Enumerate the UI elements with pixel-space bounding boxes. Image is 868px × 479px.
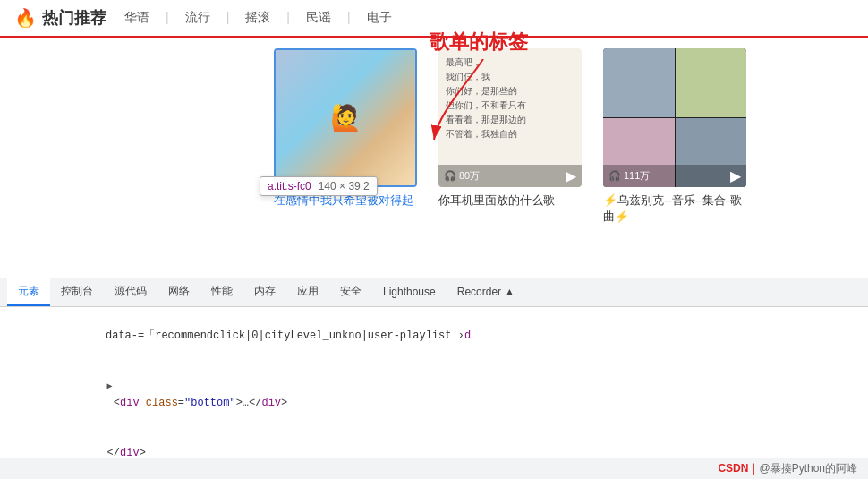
csdn-label: CSDN｜ xyxy=(718,461,759,476)
bottom-bar: CSDN｜ @暴揍Python的阿峰 xyxy=(0,458,868,479)
code-bracket-3: > xyxy=(140,447,146,458)
card-2-play-count: 🎧 80万 xyxy=(444,169,480,183)
tab-minyao[interactable]: 民谣 xyxy=(306,8,331,28)
card-3-thumb[interactable]: 🎧 111万 ▶ xyxy=(603,48,746,187)
code-tag-1: d xyxy=(464,329,471,342)
card-2-title: 你耳机里面放的什么歌 xyxy=(438,192,582,209)
headphone-icon: 🎧 xyxy=(444,170,456,182)
devtools-tab-console[interactable]: 控制台 xyxy=(50,278,104,306)
genre-tabs: 华语 | 流行 | 摇滚 | 民谣 | 电子 xyxy=(124,8,392,28)
devtools-tab-performance[interactable]: 性能 xyxy=(200,278,243,306)
code-text-2: <div class="bottom">…</div> xyxy=(107,397,288,409)
card-3-overlay: 🎧 111万 ▶ xyxy=(603,165,746,187)
hot-recommend-label: 热门推荐 xyxy=(42,7,106,29)
devtools-code-area: data-=「recommendclick|0|cityLevel_unkno|… xyxy=(0,307,868,458)
devtools-tab-lighthouse[interactable]: Lighthouse xyxy=(372,278,447,306)
devtools-tab-sources[interactable]: 源代码 xyxy=(104,278,157,306)
triangle-icon-2[interactable]: ▶ xyxy=(107,381,113,391)
card-3-title: ⚡乌兹别克--音乐--集合-歌曲⚡ xyxy=(603,192,746,225)
tooltip-size: 140 × 39.2 xyxy=(319,180,370,192)
code-tag-close-div: div xyxy=(120,447,140,458)
devtools-panel: 元素 控制台 源代码 网络 性能 内存 应用 安全 Lighthouse Rec… xyxy=(0,278,868,479)
tab-yaogun[interactable]: 摇滚 xyxy=(245,8,270,28)
card-2-link[interactable]: 你耳机里面放的什么歌 xyxy=(438,193,555,207)
sub-img-2 xyxy=(676,48,747,117)
devtools-tab-recorder[interactable]: Recorder ▲ xyxy=(447,278,526,306)
divider-2: | xyxy=(226,8,230,28)
devtools-tab-security[interactable]: 安全 xyxy=(329,278,372,306)
card-1: 🙋 在感情中我只希望被对得起 xyxy=(274,48,417,267)
tab-dianzi[interactable]: 电子 xyxy=(367,8,392,28)
author-label: @暴揍Python的阿峰 xyxy=(759,461,857,476)
code-line-2: ▶ <div class="bottom">…</div> xyxy=(0,361,868,428)
devtools-tab-memory[interactable]: 内存 xyxy=(243,278,286,306)
code-line-3: </div> xyxy=(0,428,868,458)
annotation-container: 歌单的标签 xyxy=(430,29,537,149)
code-line-1: data-=「recommendclick|0|cityLevel_unkno|… xyxy=(0,311,868,361)
hot-recommend-title: 🔥 热门推荐 xyxy=(14,7,106,29)
card-3-play-count: 🎧 111万 xyxy=(608,169,650,183)
card-3-play-icon[interactable]: ▶ xyxy=(730,167,741,184)
divider-1: | xyxy=(166,8,169,28)
app-container: 🔥 热门推荐 华语 | 流行 | 摇滚 | 民谣 | 电子 a.tit.s-fc… xyxy=(0,0,868,479)
devtools-tab-application[interactable]: 应用 xyxy=(286,278,329,306)
cards-row: a.tit.s-fc0 140 × 39.2 🙋 在感情中我只希望被对得起 最高… xyxy=(0,38,868,278)
card-2-play-icon[interactable]: ▶ xyxy=(566,167,576,184)
fire-icon: 🔥 xyxy=(14,7,37,29)
tooltip-class: a.tit.s-fc0 xyxy=(268,180,311,192)
sub-img-1 xyxy=(603,48,675,117)
card-1-image: 🙋 xyxy=(276,50,415,185)
code-text-3: </ xyxy=(107,447,120,458)
card-1-thumb[interactable]: 🙋 xyxy=(274,48,417,187)
card-3: 🎧 111万 ▶ ⚡乌兹别克--音乐--集合-歌曲⚡ xyxy=(603,48,746,267)
card-3-link[interactable]: ⚡乌兹别克--音乐--集合-歌曲⚡ xyxy=(603,193,742,223)
card-3-count-label: 111万 xyxy=(624,169,650,183)
annotation-arrow xyxy=(430,59,537,149)
tab-liuxing[interactable]: 流行 xyxy=(185,8,210,28)
divider-3: | xyxy=(286,8,290,28)
headphone-icon-3: 🎧 xyxy=(608,170,621,182)
devtools-tabs: 元素 控制台 源代码 网络 性能 内存 应用 安全 Lighthouse Rec… xyxy=(0,278,868,307)
card-2-count-label: 80万 xyxy=(459,169,480,183)
element-tooltip: a.tit.s-fc0 140 × 39.2 xyxy=(260,176,378,196)
tab-huayu[interactable]: 华语 xyxy=(124,8,149,28)
devtools-tab-elements[interactable]: 元素 xyxy=(7,278,50,306)
top-content: 🔥 热门推荐 华语 | 流行 | 摇滚 | 民谣 | 电子 a.tit.s-fc… xyxy=(0,0,868,278)
annotation-label: 歌单的标签 xyxy=(430,29,537,56)
card-2-overlay: 🎧 80万 ▶ xyxy=(438,165,582,187)
code-text-1: data-=「recommendclick|0|cityLevel_unkno|… xyxy=(93,329,464,342)
divider-4: | xyxy=(347,8,351,28)
devtools-tab-network[interactable]: 网络 xyxy=(157,278,200,306)
